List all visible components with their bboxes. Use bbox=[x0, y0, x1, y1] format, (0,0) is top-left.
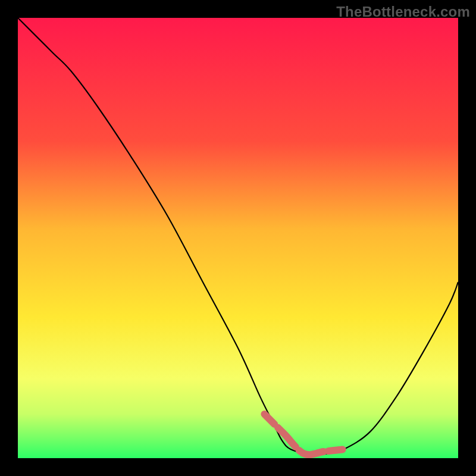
plot-area bbox=[18, 18, 458, 458]
gradient-background bbox=[18, 18, 458, 458]
chart-svg bbox=[18, 18, 458, 458]
chart-container: TheBottleneck.com bbox=[0, 0, 476, 476]
